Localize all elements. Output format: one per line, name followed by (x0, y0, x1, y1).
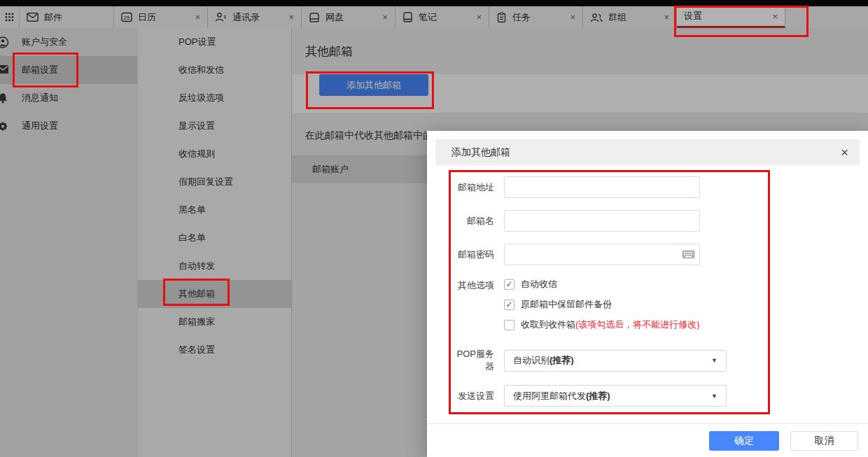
field-label: 邮箱名 (451, 215, 494, 227)
option-label: 自动收信 (521, 278, 557, 290)
select-value-suffix: (推荐) (550, 354, 574, 367)
add-mailbox-dialog: 添加其他邮箱 × 邮箱地址 邮箱名 邮箱密码 (427, 131, 868, 457)
keep-backup-checkbox[interactable]: ✓ (504, 300, 514, 310)
select-value: 使用阿里邮箱代发 (513, 390, 586, 402)
dialog-footer: 确定 取消 (427, 423, 868, 457)
dialog-header: 添加其他邮箱 × (435, 139, 860, 165)
keyboard-icon[interactable] (682, 250, 695, 259)
password-field-box (504, 244, 700, 265)
mailbox-name-input[interactable] (505, 211, 699, 231)
app-window: 邮件 25 日历 × 通讯录 × 网盘 × 笔 (0, 0, 868, 457)
close-icon[interactable]: × (841, 146, 848, 159)
email-address-row: 邮箱地址 (451, 176, 868, 198)
chevron-down-icon: ▼ (711, 357, 718, 364)
options-list: ✓ 自动收信 ✓ 原邮箱中保留邮件备份 收取到收件箱 (该项勾选后，将不能进行修… (504, 277, 700, 332)
select-value-suffix: (推荐) (586, 390, 610, 402)
field-label: 其他选项 (451, 279, 494, 292)
option-warning-note: (该项勾选后，将不能进行修改) (575, 318, 700, 331)
dialog-body: 邮箱地址 邮箱名 邮箱密码 (427, 165, 868, 407)
auto-receive-checkbox[interactable]: ✓ (504, 279, 514, 290)
confirm-button[interactable]: 确定 (709, 431, 779, 451)
email-address-input[interactable] (505, 177, 699, 197)
send-settings-select[interactable]: 使用阿里邮箱代发 (推荐) ▼ (504, 385, 727, 407)
pop-server-select[interactable]: 自动识别 (推荐) ▼ (504, 350, 727, 372)
password-input[interactable] (505, 244, 699, 265)
dialog-title: 添加其他邮箱 (435, 146, 510, 159)
mailbox-name-field-box (504, 210, 700, 232)
cancel-button[interactable]: 取消 (790, 431, 858, 451)
option-receive-to-inbox: 收取到收件箱 (该项勾选后，将不能进行修改) (504, 318, 700, 332)
field-label: 邮箱密码 (451, 248, 494, 261)
email-address-field-box (504, 176, 700, 198)
send-settings-row: 发送设置 使用阿里邮箱代发 (推荐) ▼ (451, 385, 868, 407)
mailbox-name-row: 邮箱名 (451, 210, 868, 232)
option-auto-receive: ✓ 自动收信 (504, 277, 700, 291)
field-label: 发送设置 (451, 390, 494, 402)
pop-server-row: POP服务器 自动识别 (推荐) ▼ (451, 348, 868, 373)
option-label: 原邮箱中保留邮件备份 (521, 298, 612, 311)
option-keep-backup: ✓ 原邮箱中保留邮件备份 (504, 297, 700, 311)
option-label: 收取到收件箱 (521, 318, 575, 331)
password-row: 邮箱密码 (451, 244, 868, 265)
select-value: 自动识别 (513, 354, 550, 367)
field-label: POP服务器 (451, 348, 494, 373)
other-options-row: 其他选项 ✓ 自动收信 ✓ 原邮箱中保留邮件备份 收取到收件箱 (该项勾选后，将… (451, 277, 868, 332)
chevron-down-icon: ▼ (711, 393, 718, 400)
field-label: 邮箱地址 (451, 181, 494, 194)
receive-to-inbox-checkbox[interactable] (504, 320, 514, 330)
